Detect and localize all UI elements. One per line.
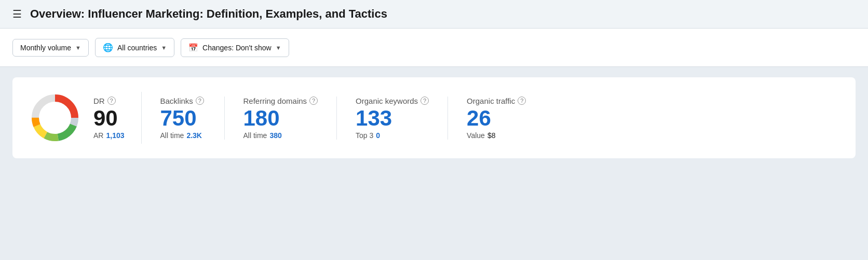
dr-ar-value: 1,103 (106, 131, 124, 140)
all-countries-label: All countries (117, 44, 157, 52)
changes-dropdown[interactable]: 📅 Changes: Don't show ▼ (181, 38, 289, 57)
organic-traffic-sub: Value $8 (467, 131, 526, 140)
referring-domains-help-icon[interactable]: ? (309, 97, 318, 105)
main-content: DR ? 90 AR 1,103 Backlinks ? 750 All tim… (0, 67, 868, 169)
calendar-icon: 📅 (188, 43, 198, 52)
organic-keywords-column: Organic keywords ? 133 Top 3 0 (337, 97, 448, 140)
organic-traffic-column: Organic traffic ? 26 Value $8 (448, 97, 545, 140)
hamburger-icon[interactable]: ☰ (12, 8, 22, 20)
organic-traffic-value: 26 (467, 107, 526, 129)
referring-domains-label: Referring domains ? (243, 97, 318, 105)
dr-label: DR ? (93, 97, 125, 105)
organic-traffic-value-amount: $8 (487, 131, 496, 140)
globe-icon: 🌐 (103, 43, 113, 52)
referring-domains-value: 180 (243, 107, 318, 129)
page-title: Overview: Influencer Marketing: Definiti… (30, 7, 387, 21)
dr-value: 90 (93, 107, 125, 129)
chevron-down-icon: ▼ (276, 45, 281, 51)
referring-domains-sub: All time 380 (243, 131, 318, 140)
dr-help-icon[interactable]: ? (107, 97, 116, 105)
stats-card: DR ? 90 AR 1,103 Backlinks ? 750 All tim… (12, 77, 856, 158)
toolbar: Monthly volume ▼ 🌐 All countries ▼ 📅 Cha… (0, 29, 868, 67)
backlinks-value: 750 (160, 107, 206, 129)
monthly-volume-label: Monthly volume (20, 44, 71, 52)
all-countries-dropdown[interactable]: 🌐 All countries ▼ (95, 38, 174, 57)
header: ☰ Overview: Influencer Marketing: Defini… (0, 0, 868, 29)
backlinks-sub: All time 2.3K (160, 131, 206, 140)
organic-traffic-label: Organic traffic ? (467, 97, 526, 105)
referring-domains-column: Referring domains ? 180 All time 380 (225, 97, 337, 140)
dr-donut-chart (29, 92, 81, 144)
organic-traffic-help-icon[interactable]: ? (518, 97, 526, 105)
organic-keywords-label: Organic keywords ? (356, 97, 429, 105)
backlinks-column: Backlinks ? 750 All time 2.3K (142, 97, 225, 140)
organic-keywords-top3-value: 0 (376, 131, 380, 140)
chevron-down-icon: ▼ (75, 45, 81, 51)
referring-domains-all-time-value: 380 (269, 131, 281, 140)
backlinks-all-time-value: 2.3K (186, 131, 202, 140)
dr-ar: AR 1,103 (93, 131, 125, 140)
chevron-down-icon: ▼ (161, 45, 167, 51)
monthly-volume-dropdown[interactable]: Monthly volume ▼ (12, 39, 89, 57)
dr-info: DR ? 90 AR 1,103 (93, 97, 125, 140)
organic-keywords-value: 133 (356, 107, 429, 129)
dr-section: DR ? 90 AR 1,103 (29, 92, 142, 144)
backlinks-label: Backlinks ? (160, 97, 206, 105)
changes-label: Changes: Don't show (202, 44, 272, 52)
organic-keywords-sub: Top 3 0 (356, 131, 429, 140)
backlinks-help-icon[interactable]: ? (196, 97, 204, 105)
organic-keywords-help-icon[interactable]: ? (421, 97, 429, 105)
